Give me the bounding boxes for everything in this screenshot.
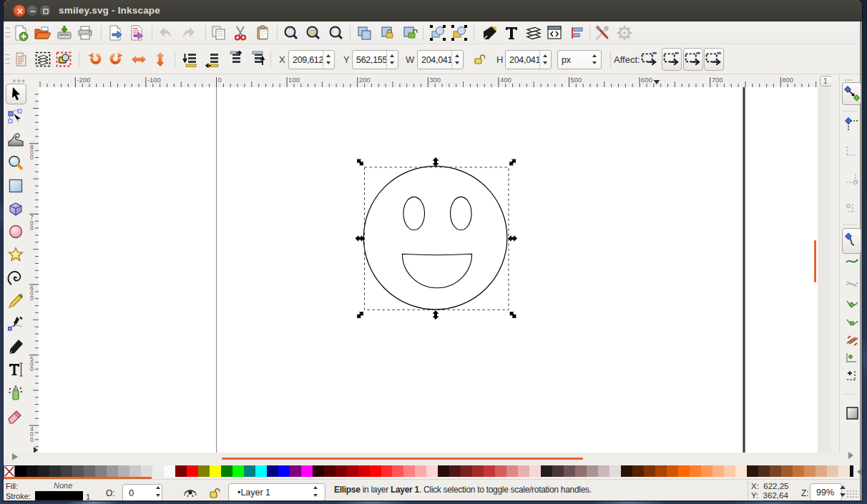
svg-text:0: 0 — [30, 436, 34, 443]
svg-text:-200: -200 — [77, 76, 90, 84]
svg-text:200: 200 — [359, 76, 371, 84]
svg-text:500: 500 — [571, 76, 582, 84]
svg-text:0: 0 — [30, 365, 34, 372]
svg-text:100: 100 — [288, 76, 300, 84]
svg-text:700: 700 — [712, 76, 723, 84]
svg-text:0: 0 — [30, 154, 34, 161]
svg-text:0: 0 — [218, 76, 222, 84]
svg-text:400: 400 — [500, 76, 511, 84]
svg-text:600: 600 — [641, 76, 652, 84]
svg-text:300: 300 — [429, 76, 441, 84]
svg-text:0: 0 — [30, 295, 34, 302]
svg-text:0: 0 — [30, 224, 34, 232]
svg-text:800: 800 — [782, 76, 793, 84]
svg-text:-100: -100 — [147, 76, 161, 84]
